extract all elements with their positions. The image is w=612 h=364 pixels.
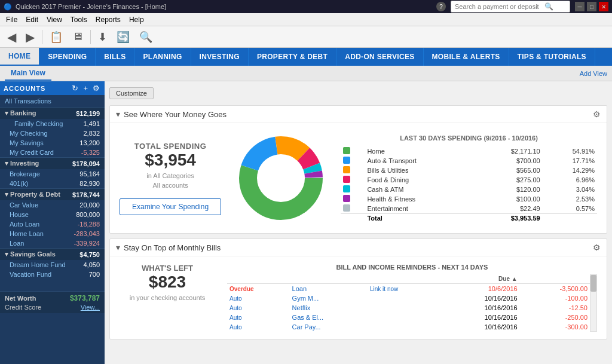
- spending-chart-subtitle: LAST 30 DAYS SPENDING (9/2016 - 10/2016): [341, 134, 597, 142]
- navtabs: HOME SPENDING BILLS PLANNING INVESTING P…: [0, 48, 612, 66]
- credit-score-link[interactable]: View...: [81, 304, 100, 311]
- subnav-main-view[interactable]: Main View: [5, 66, 51, 81]
- app-icon: 🔵: [4, 3, 12, 11]
- group-property-total: $178,744: [72, 191, 100, 198]
- account-group-banking: ▾ Banking $12,199 Family Checking 1,491 …: [0, 107, 105, 157]
- bills-row[interactable]: Auto Netflix 10/16/2016 -12.50: [227, 303, 590, 313]
- account-my-credit-card[interactable]: My Credit Card -5,325: [0, 148, 105, 157]
- download-button[interactable]: ⬇: [96, 29, 109, 45]
- sidebar-header: ACCOUNTS ↻ + ⚙: [0, 81, 105, 95]
- account-loan[interactable]: Loan -339,924: [0, 238, 105, 248]
- toolbar: ◀ ▶ 📋 🖥 ⬇ 🔄 🔍: [0, 26, 612, 48]
- sidebar: ACCOUNTS ↻ + ⚙ All Transactions ▾ Bankin…: [0, 81, 105, 364]
- account-button[interactable]: 🖥: [70, 29, 85, 44]
- help-icon[interactable]: ?: [436, 2, 446, 11]
- svg-point-7: [258, 155, 304, 201]
- tab-investing[interactable]: INVESTING: [191, 48, 249, 66]
- bills-row[interactable]: Auto Gym M... 10/16/2016 -100.00: [227, 293, 590, 303]
- group-banking-name[interactable]: ▾ Banking: [5, 109, 36, 117]
- menu-help[interactable]: Help: [126, 15, 148, 25]
- register-button[interactable]: 📋: [47, 29, 65, 45]
- group-savings-name[interactable]: ▾ Savings Goals: [5, 250, 56, 258]
- total-spending-label: TOTAL SPENDING: [120, 142, 221, 151]
- tab-home[interactable]: HOME: [0, 48, 39, 66]
- account-my-checking[interactable]: My Checking 2,832: [0, 129, 105, 138]
- bills-sub-text: in your checking accounts: [120, 294, 215, 301]
- search-box[interactable]: 🔍: [451, 1, 570, 13]
- customize-bar: Customize: [109, 86, 607, 100]
- group-property-name[interactable]: ▾ Property & Debt: [5, 191, 60, 198]
- refresh-button[interactable]: 🔄: [114, 29, 132, 45]
- bills-row[interactable]: Auto Gas & El... 10/16/2016 -250.00: [227, 313, 590, 322]
- tab-addon[interactable]: ADD-ON SERVICES: [336, 48, 423, 66]
- sidebar-add-button[interactable]: +: [82, 84, 89, 93]
- examine-spending-button[interactable]: Examine Your Spending: [120, 198, 221, 215]
- account-home-loan[interactable]: Home Loan -283,043: [0, 229, 105, 238]
- tab-bills[interactable]: BILLS: [96, 48, 134, 66]
- account-family-checking[interactable]: Family Checking 1,491: [0, 119, 105, 129]
- menubar: File Edit View Tools Reports Help: [0, 13, 612, 26]
- bills-table-title: BILL AND INCOME REMINDERS - NEXT 14 DAYS: [227, 264, 597, 271]
- account-brokerage[interactable]: Brokerage 95,164: [0, 169, 105, 179]
- bills-title: Stay On Top of Monthly Bills: [124, 243, 221, 252]
- bills-table-area: BILL AND INCOME REMINDERS - NEXT 14 DAYS…: [227, 264, 597, 332]
- menu-file[interactable]: File: [2, 15, 21, 25]
- spending-donut-chart: [233, 130, 329, 226]
- bills-card: ▾ Stay On Top of Monthly Bills ⚙ WHAT'S …: [109, 238, 607, 339]
- find-button[interactable]: 🔍: [137, 29, 155, 45]
- account-dream-home[interactable]: Dream Home Fund 4,050: [0, 260, 105, 270]
- tab-mobile[interactable]: MOBILE & ALERTS: [424, 48, 509, 66]
- maximize-button[interactable]: □: [587, 2, 596, 11]
- net-worth-label: Net Worth: [5, 295, 36, 302]
- tab-planning[interactable]: PLANNING: [134, 48, 191, 66]
- all-transactions-link[interactable]: All Transactions: [0, 95, 105, 107]
- tab-tips[interactable]: TIPS & TUTORIALS: [509, 48, 595, 66]
- bills-scrollbar[interactable]: [590, 274, 597, 332]
- sidebar-footer: Net Worth $373,787 Credit Score View...: [0, 291, 105, 313]
- account-vacation-fund[interactable]: Vacation Fund 700: [0, 270, 105, 279]
- sidebar-title: ACCOUNTS: [4, 85, 68, 92]
- sidebar-settings-button[interactable]: ⚙: [91, 84, 101, 93]
- bills-col-name: [290, 274, 368, 284]
- spending-in-all: in All Categories: [120, 172, 221, 179]
- app-title: Quicken 2017 Premier - Jolene's Finances…: [16, 3, 166, 10]
- account-group-property: ▾ Property & Debt $178,744 Car Value 20,…: [0, 188, 105, 248]
- menu-reports[interactable]: Reports: [92, 15, 124, 25]
- subnav: Main View Add View: [0, 66, 612, 81]
- tab-spending[interactable]: SPENDING: [39, 48, 96, 66]
- bills-row[interactable]: Auto Car Pay... 10/16/2016 -300.00: [227, 322, 590, 332]
- group-savings-total: $4,750: [79, 251, 100, 258]
- forward-button[interactable]: ▶: [23, 29, 37, 45]
- spending-gear-icon[interactable]: ⚙: [593, 109, 601, 119]
- account-auto-loan[interactable]: Auto Loan -18,288: [0, 219, 105, 229]
- search-icon: 🔍: [544, 2, 553, 11]
- back-button[interactable]: ◀: [5, 29, 19, 45]
- total-spending-amount: $3,954: [120, 151, 221, 170]
- account-401k[interactable]: 401(k) 82,930: [0, 179, 105, 188]
- group-investing-name[interactable]: ▾ Investing: [5, 160, 39, 167]
- spending-all-accounts: All accounts: [120, 182, 221, 189]
- bills-gear-icon[interactable]: ⚙: [593, 243, 601, 252]
- tab-property[interactable]: PROPERTY & DEBT: [249, 48, 336, 66]
- close-button[interactable]: ✕: [599, 2, 608, 11]
- account-car-value[interactable]: Car Value 20,000: [0, 200, 105, 210]
- bills-table: Due ▲ Overdue Loan Link it now 10/6/2016…: [227, 274, 590, 332]
- sidebar-refresh-button[interactable]: ↻: [71, 84, 79, 93]
- menu-view[interactable]: View: [43, 15, 66, 25]
- menu-edit[interactable]: Edit: [22, 15, 42, 25]
- bills-row[interactable]: Overdue Loan Link it now 10/6/2016 -3,50…: [227, 284, 590, 294]
- bills-amount: $823: [120, 273, 215, 292]
- menu-tools[interactable]: Tools: [67, 15, 91, 25]
- spending-totals: TOTAL SPENDING $3,954 in All Categories …: [120, 142, 221, 215]
- customize-button[interactable]: Customize: [109, 87, 154, 99]
- minimize-button[interactable]: ─: [575, 2, 585, 11]
- group-banking-total: $12,199: [76, 110, 100, 117]
- group-investing-total: $178,094: [72, 160, 100, 167]
- account-my-savings[interactable]: My Savings 13,200: [0, 138, 105, 148]
- search-input[interactable]: [455, 3, 544, 10]
- bills-col-action: [368, 274, 439, 284]
- account-group-investing: ▾ Investing $178,094 Brokerage 95,164 40…: [0, 157, 105, 188]
- add-view-button[interactable]: Add View: [580, 70, 607, 77]
- spending-title: See Where Your Money Goes: [124, 110, 227, 119]
- account-house[interactable]: House 800,000: [0, 210, 105, 219]
